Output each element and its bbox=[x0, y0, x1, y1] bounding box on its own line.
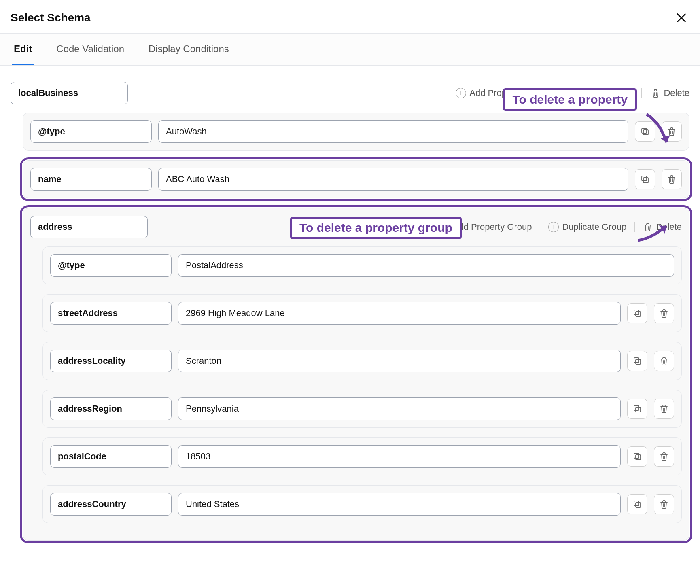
property-row-country: addressCountry United States bbox=[42, 485, 682, 523]
annotation-delete-property: To delete a property bbox=[503, 88, 637, 111]
property-value-input[interactable]: PostalAddress bbox=[178, 254, 674, 277]
titlebar: Select Schema bbox=[0, 0, 700, 33]
property-key-input[interactable]: addressLocality bbox=[50, 350, 172, 372]
property-row-name: name ABC Auto Wash bbox=[23, 160, 689, 198]
copy-icon bbox=[632, 499, 642, 509]
close-icon bbox=[676, 12, 687, 23]
property-group-address: To delete a property group address + Add… bbox=[23, 208, 689, 541]
root-name-input[interactable]: localBusiness bbox=[11, 82, 128, 104]
copy-icon bbox=[640, 174, 650, 184]
property-value-input[interactable]: Scranton bbox=[178, 350, 621, 372]
annotation-arrow-2 bbox=[634, 222, 675, 246]
copy-icon bbox=[632, 356, 642, 366]
trash-icon bbox=[659, 308, 669, 318]
delete-label: Delete bbox=[664, 88, 689, 98]
delete-button[interactable] bbox=[654, 494, 674, 514]
copy-button[interactable] bbox=[627, 399, 647, 419]
copy-button[interactable] bbox=[627, 303, 647, 323]
editor-content: localBusiness + Add Property + Add Prope… bbox=[0, 66, 700, 563]
property-value-input[interactable]: 2969 High Meadow Lane bbox=[178, 302, 621, 325]
plus-icon: + bbox=[548, 222, 559, 232]
property-key-input[interactable]: addressRegion bbox=[50, 397, 172, 420]
property-key-input[interactable]: streetAddress bbox=[50, 302, 172, 325]
property-tree: To delete a property @type AutoWash name… bbox=[23, 113, 689, 541]
copy-icon bbox=[632, 308, 642, 318]
plus-icon: + bbox=[456, 88, 466, 98]
property-row-locality: addressLocality Scranton bbox=[42, 342, 682, 380]
delete-button[interactable] bbox=[654, 399, 674, 419]
group-property-tree: @type PostalAddress streetAddress 2969 H… bbox=[42, 246, 682, 523]
property-key-input[interactable]: postalCode bbox=[50, 445, 172, 468]
group-duplicate-button[interactable]: + Duplicate Group bbox=[548, 222, 626, 232]
group-duplicate-label: Duplicate Group bbox=[562, 222, 626, 232]
property-value-input[interactable]: ABC Auto Wash bbox=[158, 168, 628, 191]
property-key-input[interactable]: @type bbox=[30, 120, 152, 143]
copy-icon bbox=[632, 404, 642, 414]
separator bbox=[641, 88, 642, 98]
copy-icon bbox=[632, 452, 642, 461]
property-row-street: streetAddress 2969 High Meadow Lane bbox=[42, 294, 682, 332]
property-row-address-type: @type PostalAddress bbox=[42, 246, 682, 284]
trash-icon bbox=[659, 404, 669, 414]
property-key-input[interactable]: name bbox=[30, 168, 152, 191]
tab-bar: Edit Code Validation Display Conditions bbox=[0, 33, 700, 66]
group-name-input[interactable]: address bbox=[30, 216, 148, 238]
property-value-input[interactable]: Pennsylvania bbox=[178, 397, 621, 420]
annotation-arrow-1 bbox=[638, 110, 675, 151]
tab-code-validation[interactable]: Code Validation bbox=[55, 34, 126, 65]
separator bbox=[540, 222, 540, 232]
group-add-property-group-label: Add Property Group bbox=[453, 222, 532, 232]
property-row-postal: postalCode 18503 bbox=[42, 437, 682, 475]
delete-button[interactable] bbox=[654, 446, 674, 467]
property-value-input[interactable]: United States bbox=[178, 493, 621, 516]
copy-button[interactable] bbox=[627, 494, 647, 514]
trash-icon bbox=[659, 452, 669, 461]
close-button[interactable] bbox=[673, 10, 689, 26]
property-row-type: @type AutoWash bbox=[23, 113, 689, 151]
tab-edit[interactable]: Edit bbox=[12, 34, 34, 65]
delete-button[interactable] bbox=[662, 169, 682, 189]
delete-root-button[interactable]: Delete bbox=[651, 88, 689, 98]
annotation-delete-group: To delete a property group bbox=[290, 217, 462, 239]
property-row-region: addressRegion Pennsylvania bbox=[42, 390, 682, 428]
property-key-input[interactable]: @type bbox=[50, 254, 172, 277]
trash-icon bbox=[651, 88, 660, 98]
tab-display-conditions[interactable]: Display Conditions bbox=[147, 34, 231, 65]
copy-button[interactable] bbox=[627, 351, 647, 371]
delete-button[interactable] bbox=[654, 351, 674, 371]
property-value-input[interactable]: AutoWash bbox=[158, 120, 628, 143]
delete-button[interactable] bbox=[654, 303, 674, 323]
copy-button[interactable] bbox=[627, 446, 647, 467]
property-key-input[interactable]: addressCountry bbox=[50, 493, 172, 516]
dialog-title: Select Schema bbox=[11, 11, 91, 24]
property-value-input[interactable]: 18503 bbox=[178, 445, 621, 468]
copy-button[interactable] bbox=[635, 169, 655, 189]
trash-icon bbox=[659, 499, 669, 509]
trash-icon bbox=[659, 356, 669, 366]
trash-icon bbox=[667, 174, 677, 184]
